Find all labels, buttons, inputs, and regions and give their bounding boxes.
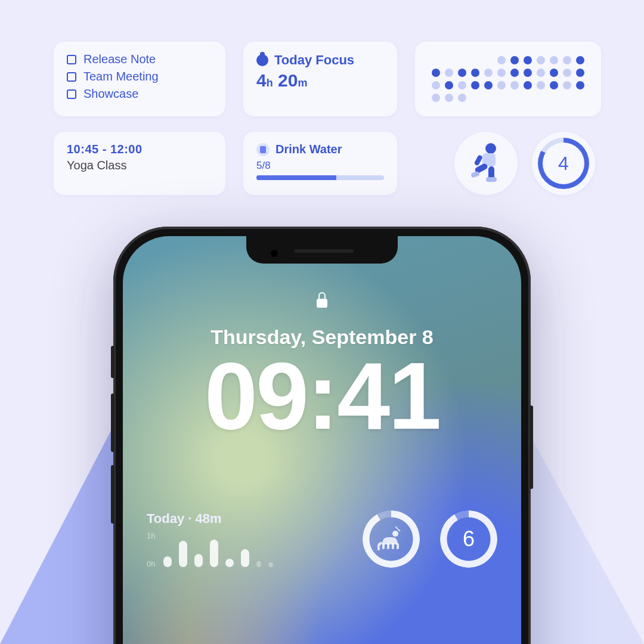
mute-switch [111,346,114,378]
svg-rect-9 [382,543,385,549]
notch [246,236,398,264]
focus-title: Today Focus [274,52,354,68]
checklist-item[interactable]: Team Meeting [67,70,212,83]
phone-mockup: Thursday, September 8 09:41 Today · 48m … [113,227,531,644]
widget-checklist[interactable]: Release Note Team Meeting Showcase [54,42,225,116]
chart-title: Today · 48m [147,511,342,527]
checklist-label: Team Meeting [83,70,159,83]
dot-grid [428,52,588,106]
vol-up-button [111,394,114,452]
widget-counter[interactable]: 4 [532,132,595,195]
widget-focus[interactable]: Today Focus 4h 20m [243,42,397,116]
svg-rect-4 [486,177,497,182]
water-progress [256,175,384,180]
checkbox-icon[interactable] [67,72,76,82]
focus-time: 4h 20m [256,70,384,91]
tomato-icon [256,54,268,66]
ring-value: 6 [463,527,475,552]
widget-round-pair: 4 [415,132,601,195]
checklist-item[interactable]: Showcase [67,87,212,101]
widget-dot-grid[interactable] [415,42,601,116]
runner-icon [468,143,504,184]
y-label-bottom: 0h [147,559,155,568]
y-label-top: 1h [147,531,155,540]
widget-activity[interactable] [454,132,518,195]
svg-point-0 [485,143,496,154]
lockscreen-ring-pet[interactable] [363,510,420,568]
widget-grid: Release Note Team Meeting Showcase Today… [54,42,596,195]
phone-screen: Thursday, September 8 09:41 Today · 48m … [123,236,521,644]
checklist-item[interactable]: Release Note [67,52,212,66]
cat-icon [377,524,405,554]
svg-rect-6 [474,154,484,166]
lockscreen-time: 09:41 [123,341,521,451]
svg-rect-10 [387,543,389,549]
water-title: Drink Water [275,143,342,156]
schedule-time: 10:45 - 12:00 [67,143,212,156]
lock-icon [317,292,327,308]
schedule-title: Yoga Class [67,159,212,172]
progress-ring: 4 [538,138,589,189]
vol-down-button [111,465,114,524]
checklist-label: Release Note [83,52,156,66]
svg-rect-12 [397,543,399,549]
water-count: 5/8 [256,160,384,172]
lockscreen-ring-count[interactable]: 6 [440,510,497,568]
lockscreen-chart[interactable]: Today · 48m 1h 0h [147,511,342,567]
chart-bars [163,532,273,567]
widget-water[interactable]: Drink Water 5/8 [243,132,397,195]
svg-point-8 [392,531,398,537]
widget-schedule[interactable]: 10:45 - 12:00 Yoga Class [54,132,225,195]
counter-value: 4 [543,143,584,184]
cup-icon [256,143,270,156]
checkbox-icon[interactable] [67,89,76,99]
checklist-label: Showcase [83,87,138,101]
svg-line-7 [395,527,400,531]
power-button [530,405,533,489]
lockscreen-widgets: Today · 48m 1h 0h [147,510,497,568]
checkbox-icon[interactable] [67,55,76,64]
svg-rect-11 [392,543,394,549]
